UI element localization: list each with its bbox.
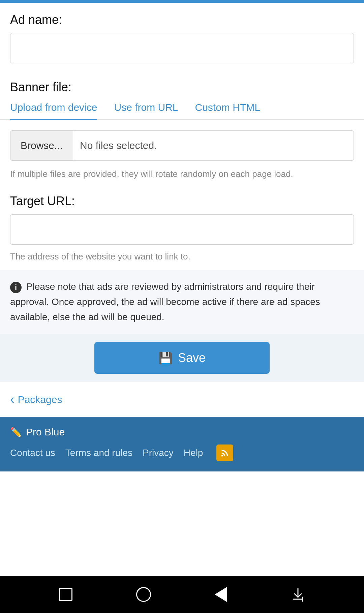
chevron-icon: ‹ <box>10 392 14 407</box>
browse-button[interactable]: Browse... <box>10 131 73 160</box>
file-hint-text: If multiple files are provided, they wil… <box>10 167 354 181</box>
info-box-text: i Please note that ads are reviewed by a… <box>10 279 354 325</box>
footer-brand: ✏️ Pro Blue <box>10 426 354 438</box>
footer-link-privacy[interactable]: Privacy <box>143 448 174 458</box>
target-url-hint: The address of the website you want to l… <box>10 250 354 263</box>
footer-link-contact[interactable]: Contact us <box>10 448 55 458</box>
tabs-container: Upload from device Use from URL Custom H… <box>0 94 364 120</box>
android-square-icon[interactable] <box>59 588 72 601</box>
target-url-section: Target URL: The address of the website y… <box>0 187 364 270</box>
save-button[interactable]: 💾 Save <box>94 342 270 374</box>
ad-name-input[interactable] <box>10 33 354 63</box>
info-icon: i <box>10 282 22 293</box>
tab-html[interactable]: Custom HTML <box>195 94 270 119</box>
footer-links: Contact us Terms and rules Privacy Help <box>10 445 354 461</box>
file-input-row: Browse... No files selected. <box>10 130 354 161</box>
footer-link-help[interactable]: Help <box>184 448 203 458</box>
svg-point-0 <box>221 455 223 457</box>
info-box: i Please note that ads are reviewed by a… <box>0 270 364 334</box>
packages-nav-link[interactable]: ‹ Packages <box>10 392 354 407</box>
android-nav-bar <box>0 576 364 613</box>
footer-link-terms[interactable]: Terms and rules <box>65 448 132 458</box>
target-url-label: Target URL: <box>10 194 354 208</box>
banner-file-section: Banner file: <box>0 70 364 94</box>
ad-name-label: Ad name: <box>10 13 354 27</box>
file-name-text: No files selected. <box>73 140 354 151</box>
upload-tab-content: Browse... No files selected. If multiple… <box>0 120 364 187</box>
tab-upload[interactable]: Upload from device <box>10 94 107 119</box>
target-url-input[interactable] <box>10 214 354 245</box>
top-bar <box>0 0 364 3</box>
android-circle-icon[interactable] <box>136 587 151 602</box>
android-back-icon[interactable] <box>215 587 227 602</box>
main-content: Ad name: Banner file: Upload from device… <box>0 3 364 576</box>
footer: ✏️ Pro Blue Contact us Terms and rules P… <box>0 417 364 471</box>
save-button-label: Save <box>178 351 206 365</box>
footer-brand-text: Pro Blue <box>26 426 65 438</box>
banner-file-label: Banner file: <box>10 80 354 94</box>
rss-icon[interactable] <box>216 445 233 461</box>
packages-label: Packages <box>18 394 62 405</box>
packages-nav-section: ‹ Packages <box>0 382 364 417</box>
tab-url[interactable]: Use from URL <box>114 94 188 119</box>
save-icon: 💾 <box>158 351 173 365</box>
save-section: 💾 Save <box>0 334 364 382</box>
android-download-icon[interactable] <box>291 587 305 602</box>
ad-name-section: Ad name: <box>0 3 364 70</box>
brush-icon: ✏️ <box>10 427 22 438</box>
